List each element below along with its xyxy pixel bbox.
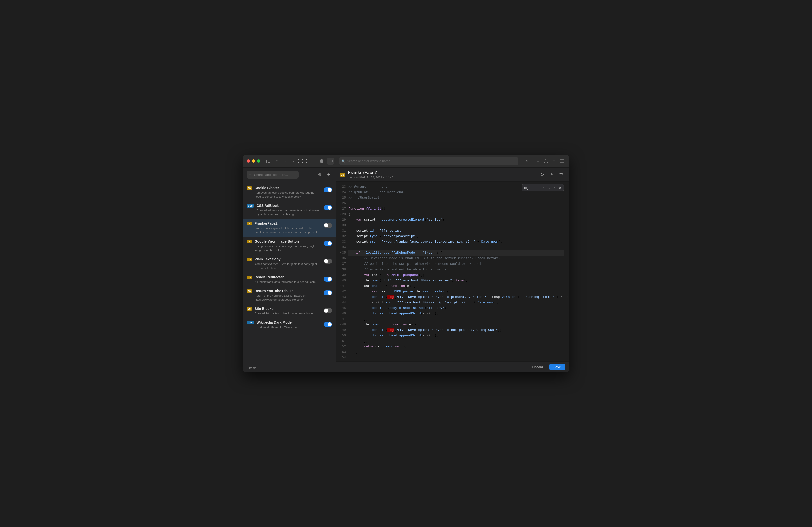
search-input[interactable] (524, 186, 539, 190)
search-up-button[interactable]: ↑ (553, 185, 557, 190)
toggle-button-cookie-blaster[interactable] (323, 187, 332, 192)
sidebar-search-icon: ≡ (249, 173, 251, 176)
script-toggle-google-view-image[interactable] (323, 240, 332, 246)
script-info-wikipedia-dark-mode: Wikipedia Dark Mode Dark mode theme for … (256, 320, 321, 329)
code-line-33: script.src = '//cdn.frankerfacez.com/scr… (348, 239, 564, 245)
fold-icon-48[interactable]: ▾ (339, 322, 341, 327)
script-toggle-return-youtube-dislike[interactable] (323, 289, 332, 295)
fullscreen-button[interactable] (257, 159, 260, 163)
toggle-button-frankerfacez[interactable] (323, 223, 332, 228)
toggle-button-css-adblock[interactable] (323, 205, 332, 210)
search-close-button[interactable]: ✕ (559, 186, 562, 190)
code-line-52: return xhr.send(null); (348, 344, 564, 349)
minimize-button[interactable] (252, 159, 255, 163)
script-desc-site-blocker: Curated list of sites to block during wo… (255, 311, 321, 315)
search-icon: 🔍 (342, 159, 345, 163)
grid-button[interactable]: ⋮⋮⋮ (299, 157, 306, 165)
sidebar-search-input[interactable] (247, 170, 299, 179)
add-script-button[interactable]: + (325, 171, 332, 178)
svg-rect-6 (560, 161, 562, 163)
code-line-51: }; (348, 338, 564, 344)
script-toggle-css-adblock[interactable] (323, 204, 332, 210)
reload-button[interactable]: ↻ (523, 157, 530, 165)
line-number-49: 49 (339, 327, 346, 333)
script-desc-reddit-redirecter: All reddit traffic gets redirected to ol… (255, 280, 321, 284)
code-line-47: }; (348, 316, 564, 322)
script-badge-google-view-image: JS (247, 240, 252, 243)
code-icon-button[interactable] (327, 157, 334, 165)
script-item-site-blocker[interactable]: JS Site Blocker Curated list of sites to… (243, 304, 336, 318)
script-item-return-youtube-dislike[interactable]: JS Return YouTube Dislike Return of the … (243, 286, 336, 304)
code-line-50: document.head.appendChild(script); (348, 333, 564, 338)
delete-button[interactable] (557, 171, 565, 178)
code-line-38: // experience and not be able to recover… (348, 267, 564, 272)
line-number-23: 23 (339, 184, 346, 190)
shield-icon-button[interactable] (318, 157, 325, 165)
line-number-43: 43 (339, 294, 346, 300)
code-line-53: } (348, 349, 564, 355)
add-tab-button[interactable]: + (550, 157, 557, 165)
fold-icon-35[interactable]: ▾ (339, 250, 341, 256)
toggle-button-wikipedia-dark-mode[interactable] (323, 322, 332, 327)
script-item-wikipedia-dark-mode[interactable]: CSS Wikipedia Dark Mode Dark mode theme … (243, 318, 336, 332)
code-line-25: // ==/UserScript==- (348, 195, 564, 201)
save-button[interactable]: Save (549, 364, 565, 371)
toggle-button-google-view-image[interactable] (323, 241, 332, 246)
discard-button[interactable]: Discard (528, 364, 547, 371)
toggle-button-plain-text-copy[interactable] (323, 259, 332, 264)
line-number-50: 50 (339, 333, 346, 338)
sidebar-toggle-button[interactable] (264, 157, 272, 165)
script-info-site-blocker: Site Blocker Curated list of sites to bl… (255, 306, 321, 315)
script-toggle-reddit-redirecter[interactable] (323, 275, 332, 282)
nav-buttons: ‹ › (282, 157, 297, 165)
tabs-button[interactable] (559, 157, 565, 165)
download-script-button[interactable] (548, 171, 555, 178)
script-badge-css-adblock: CSS (247, 204, 254, 208)
close-button[interactable] (247, 159, 250, 163)
line-number-31: 31 (339, 228, 346, 234)
address-bar[interactable]: 🔍 Search or enter website name (339, 157, 518, 165)
fold-icon-28[interactable]: ▾ (339, 212, 341, 217)
script-item-css-adblock[interactable]: CSS CSS AdBlock Curated ad remover that … (243, 201, 336, 219)
sidebar-toggle-chevron[interactable]: ▾ (273, 157, 280, 165)
line-number-32: 32 (339, 234, 346, 239)
script-item-cookie-blaster[interactable]: JS Cookie Blaster Removes annoying cooki… (243, 183, 336, 201)
line-number-35: ▾35 (339, 250, 346, 256)
download-icon-button[interactable] (534, 157, 541, 165)
back-button[interactable]: ‹ (282, 157, 289, 165)
code-line-49: console.log("FFZ: Development Server is … (348, 327, 564, 333)
script-toggle-cookie-blaster[interactable] (323, 186, 332, 192)
search-down-button[interactable]: ↓ (547, 185, 551, 190)
toggle-button-return-youtube-dislike[interactable] (323, 290, 332, 295)
editor-title-info: FrankerFaceZ Last modified: Jul 24, 2021… (348, 170, 393, 179)
script-toggle-site-blocker[interactable] (323, 307, 332, 313)
line-number-54: 54 (339, 355, 346, 360)
script-item-reddit-redirecter[interactable]: JS Reddit Redirecter All reddit traffic … (243, 272, 336, 286)
script-toggle-frankerfacez[interactable] (323, 222, 332, 228)
forward-button[interactable]: › (290, 157, 297, 165)
fold-icon-41[interactable]: ▾ (339, 283, 341, 289)
settings-button[interactable]: ⚙ (316, 171, 323, 178)
script-toggle-wikipedia-dark-mode[interactable] (323, 321, 332, 327)
line-number-39: 39 (339, 272, 346, 278)
line-number-53: 53 (339, 349, 346, 355)
script-item-frankerfacez[interactable]: JS FrankerFaceZ FrankerFaceZ gives Twitc… (243, 219, 336, 237)
editor-title-area: JS FrankerFaceZ Last modified: Jul 24, 2… (340, 170, 393, 179)
script-toggle-plain-text-copy[interactable] (323, 258, 332, 264)
share-button[interactable] (542, 157, 549, 165)
line-number-24: 24 (339, 190, 346, 195)
line-number-42: 42 (339, 289, 346, 294)
toggle-button-reddit-redirecter[interactable] (323, 276, 332, 282)
traffic-lights (247, 159, 260, 163)
line-number-26: 26 (339, 201, 346, 206)
editor-body[interactable]: 1/2 ↓ ↑ ✕ 2324252627▾28293031323334▾3536… (336, 182, 569, 361)
line-number-38: 38 (339, 267, 346, 272)
script-item-google-view-image[interactable]: JS Google View Image Button Reimplements… (243, 237, 336, 255)
code-lines[interactable]: // @grant none-// @run-at document-end-/… (348, 184, 569, 361)
toggle-button-site-blocker[interactable] (323, 308, 332, 313)
script-name-frankerfacez: FrankerFaceZ (255, 222, 321, 225)
line-numbers: 2324252627▾28293031323334▾353637383940▾4… (336, 184, 348, 361)
script-item-plain-text-copy[interactable]: JS Plain Text Copy Add a context menu it… (243, 255, 336, 272)
script-desc-google-view-image: Reimplements the view image button for g… (255, 244, 321, 252)
refresh-button[interactable]: ↻ (538, 171, 546, 178)
